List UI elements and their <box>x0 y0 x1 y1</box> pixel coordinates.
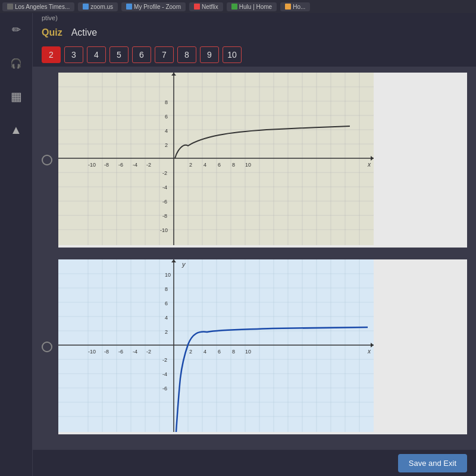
svg-text:2: 2 <box>165 329 168 335</box>
tab-netflix[interactable]: Netflix <box>189 2 223 11</box>
svg-text:-10: -10 <box>160 227 168 233</box>
svg-text:8: 8 <box>165 99 168 105</box>
graph-2-svg: y -2 -4 -6 -8 -10 2 4 <box>58 259 374 432</box>
question-7[interactable]: 7 <box>155 46 174 63</box>
svg-text:-6: -6 <box>118 349 123 355</box>
svg-text:10: 10 <box>165 272 171 278</box>
other-favicon <box>285 4 291 10</box>
zoom-favicon <box>83 4 89 10</box>
tab-latimes[interactable]: Los Angeles Times... <box>2 2 74 11</box>
svg-text:-10: -10 <box>88 162 96 168</box>
quiz-label: Quiz <box>42 27 62 38</box>
graph-1-svg: -2 -4 -6 -8 -10 2 4 6 8 10 x 8 6 <box>58 73 374 245</box>
radio-graph-1[interactable] <box>42 155 52 165</box>
tab-zoom-profile[interactable]: My Profile - Zoom <box>121 2 186 11</box>
pencil-icon[interactable]: ✏ <box>5 19 27 40</box>
svg-text:-8: -8 <box>162 213 167 219</box>
svg-text:8: 8 <box>165 286 168 292</box>
svg-text:8: 8 <box>232 162 235 168</box>
svg-rect-0 <box>58 73 374 245</box>
left-sidebar: ✏ 🎧 ▦ ▲ <box>0 13 33 476</box>
svg-text:-6: -6 <box>162 199 167 205</box>
svg-text:2: 2 <box>189 349 192 355</box>
svg-text:4: 4 <box>165 128 168 134</box>
radio-graph-2[interactable] <box>42 342 52 352</box>
svg-text:-6: -6 <box>118 162 123 168</box>
svg-text:-2: -2 <box>146 349 151 355</box>
calculator-icon[interactable]: ▦ <box>5 86 27 107</box>
graph-2-wrapper: y -2 -4 -6 -8 -10 2 4 <box>58 259 467 434</box>
svg-text:-2: -2 <box>146 162 151 168</box>
question-6[interactable]: 6 <box>132 46 151 63</box>
bottom-bar: Save and Exit <box>33 449 476 476</box>
main-content: ptive) Quiz Active 2 3 4 5 6 7 8 9 10 <box>33 13 476 476</box>
question-8[interactable]: 8 <box>177 46 196 63</box>
question-3[interactable]: 3 <box>64 46 83 63</box>
graphs-area: -2 -4 -6 -8 -10 2 4 6 8 10 x 8 6 <box>33 67 476 449</box>
svg-text:-10: -10 <box>88 349 96 355</box>
svg-text:4: 4 <box>203 162 206 168</box>
svg-text:-4: -4 <box>162 184 167 190</box>
question-5[interactable]: 5 <box>109 46 129 63</box>
svg-text:10: 10 <box>245 349 251 355</box>
svg-text:6: 6 <box>218 349 221 355</box>
svg-text:x: x <box>367 161 371 168</box>
svg-text:10: 10 <box>245 162 251 168</box>
svg-text:-4: -4 <box>133 349 137 355</box>
netflix-favicon <box>194 4 200 10</box>
question-2[interactable]: 2 <box>42 46 61 63</box>
svg-text:2: 2 <box>189 162 192 168</box>
question-number-bar: 2 3 4 5 6 7 8 9 10 <box>33 43 476 67</box>
headphones-icon[interactable]: 🎧 <box>5 52 27 74</box>
svg-text:6: 6 <box>165 300 168 306</box>
svg-text:6: 6 <box>218 162 221 168</box>
graph-item-1: -2 -4 -6 -8 -10 2 4 6 8 10 x 8 6 <box>36 70 473 250</box>
svg-text:-8: -8 <box>104 162 109 168</box>
svg-text:4: 4 <box>203 349 206 355</box>
app-container: ✏ 🎧 ▦ ▲ ptive) Quiz Active 2 3 4 5 6 7 8… <box>0 13 476 476</box>
svg-text:-2: -2 <box>162 170 167 176</box>
svg-text:-6: -6 <box>162 386 167 392</box>
tab-hulu[interactable]: Hulu | Home <box>227 2 277 11</box>
latimes-favicon <box>7 4 13 10</box>
tab-zoom[interactable]: zoom.us <box>78 2 118 11</box>
question-10[interactable]: 10 <box>223 46 242 63</box>
zoom-profile-favicon <box>126 4 132 10</box>
svg-text:-4: -4 <box>162 371 167 377</box>
graph-item-2: y -2 -4 -6 -8 -10 2 4 <box>36 256 473 437</box>
svg-text:4: 4 <box>165 315 168 321</box>
graph-1-wrapper: -2 -4 -6 -8 -10 2 4 6 8 10 x 8 6 <box>58 73 467 248</box>
active-label: Active <box>71 27 98 38</box>
quiz-header: Quiz Active <box>33 23 476 43</box>
svg-text:-8: -8 <box>104 349 109 355</box>
svg-text:6: 6 <box>165 114 168 120</box>
tab-other[interactable]: Ho... <box>280 2 310 11</box>
browser-tab-bar: Los Angeles Times... zoom.us My Profile … <box>0 0 476 13</box>
hulu-favicon <box>231 4 237 10</box>
question-9[interactable]: 9 <box>200 46 219 63</box>
flag-icon[interactable]: ▲ <box>5 119 27 140</box>
save-exit-button[interactable]: Save and Exit <box>398 454 467 472</box>
svg-text:x: x <box>367 348 371 355</box>
svg-text:2: 2 <box>165 142 168 148</box>
svg-text:-4: -4 <box>133 162 137 168</box>
question-4[interactable]: 4 <box>87 46 106 63</box>
breadcrumb-partial: ptive) <box>33 13 476 23</box>
svg-text:8: 8 <box>232 349 235 355</box>
svg-text:-2: -2 <box>162 357 167 363</box>
svg-rect-56 <box>58 259 374 432</box>
